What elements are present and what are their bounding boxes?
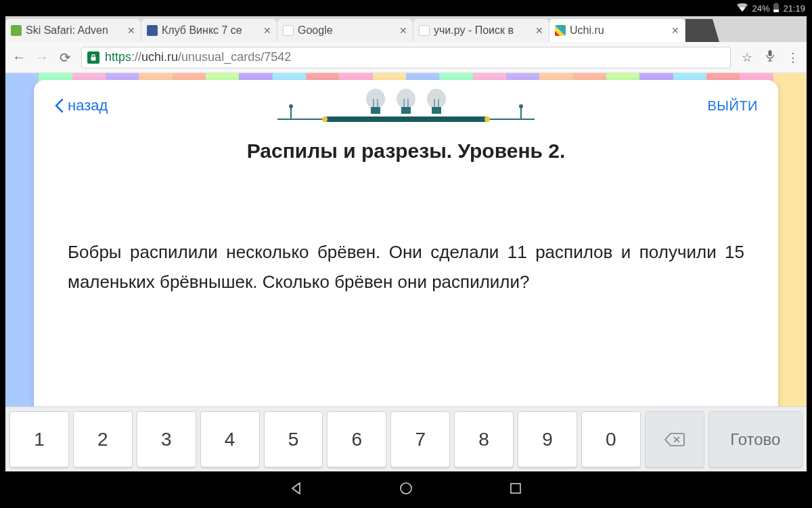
browser-tab[interactable]: Uchi.ru✕ [549, 19, 685, 42]
backspace-key[interactable] [645, 411, 704, 467]
browser-tab[interactable]: Google✕ [277, 19, 413, 42]
nav-home-icon[interactable] [399, 481, 413, 499]
num-key-0[interactable]: 0 [581, 411, 641, 467]
num-key-5[interactable]: 5 [264, 411, 323, 467]
tab-favicon-icon [283, 25, 294, 36]
url-sep: :// [131, 50, 141, 64]
nav-reload-button[interactable]: ⟳ [58, 49, 72, 66]
tab-close-icon[interactable]: ✕ [535, 25, 543, 36]
tab-title: Uchi.ru [570, 24, 669, 37]
exit-button[interactable]: ВЫЙТИ [707, 98, 758, 114]
exercise-problem-text: Бобры распилили несколько брёвен. Они сд… [68, 237, 744, 297]
tabstrip-end [685, 19, 719, 42]
nav-back-icon[interactable] [289, 481, 304, 499]
back-button[interactable]: назад [54, 97, 108, 114]
numeric-keyboard: 1234567890Готово [5, 406, 807, 471]
svg-rect-1 [775, 3, 777, 4]
svg-rect-6 [325, 117, 487, 122]
browser-window: Ski Safari: Adven✕Клуб Винкс 7 се✕Google… [5, 16, 807, 471]
svg-point-25 [401, 483, 411, 494]
tab-title: Ski Safari: Adven [26, 24, 125, 37]
done-key[interactable]: Готово [708, 411, 803, 467]
nav-back-button[interactable]: ← [12, 49, 26, 65]
android-nav-bar [0, 471, 812, 508]
battery-icon [773, 3, 779, 14]
chevron-left-icon [54, 98, 65, 113]
nav-forward-button[interactable]: → [35, 49, 49, 65]
svg-rect-26 [511, 484, 520, 493]
tab-close-icon[interactable]: ✕ [671, 25, 679, 36]
tab-close-icon[interactable]: ✕ [127, 25, 135, 36]
svg-rect-2 [773, 9, 779, 12]
num-key-7[interactable]: 7 [390, 411, 450, 467]
menu-dots-icon[interactable]: ⋮ [786, 50, 800, 65]
android-status-bar: 24% 21:19 [0, 0, 812, 16]
nav-recent-icon[interactable] [508, 481, 523, 499]
exit-label: ВЫЙТИ [707, 98, 758, 113]
lightbulb-decoration [277, 87, 535, 126]
url-scheme: https [105, 50, 131, 64]
browser-tab[interactable]: Ski Safari: Adven✕ [5, 19, 141, 42]
tab-title: учи.ру - Поиск в [434, 24, 533, 37]
svg-rect-4 [769, 50, 772, 56]
svg-point-12 [519, 104, 523, 108]
backspace-icon [664, 432, 685, 447]
browser-toolbar: ← → ⟳ https://uchi.ru/unusual_cards/7542… [5, 42, 807, 73]
browser-tab[interactable]: Клуб Винкс 7 се✕ [141, 19, 277, 42]
exercise-title: Распилы и разрезы. Уровень 2. [68, 140, 744, 163]
tab-favicon-icon [555, 25, 566, 36]
page-viewport: назад ВЫЙТИ Распилы и разрезы. Уровень 2… [5, 73, 807, 471]
svg-point-21 [427, 89, 446, 109]
svg-point-10 [289, 104, 293, 108]
tab-close-icon[interactable]: ✕ [399, 25, 407, 36]
url-path: /unusual_cards/7542 [178, 50, 291, 64]
svg-rect-22 [432, 107, 441, 114]
lock-icon [87, 51, 99, 64]
num-key-6[interactable]: 6 [327, 411, 386, 467]
tab-title: Клуб Винкс 7 се [162, 24, 261, 37]
num-key-9[interactable]: 9 [518, 411, 577, 467]
svg-rect-18 [401, 107, 411, 114]
num-key-8[interactable]: 8 [454, 411, 514, 467]
bookmark-star-icon[interactable]: ☆ [740, 50, 754, 65]
tab-title: Google [298, 24, 397, 37]
svg-point-17 [397, 89, 415, 109]
num-key-3[interactable]: 3 [137, 411, 196, 467]
svg-point-7 [322, 117, 328, 122]
browser-tab[interactable]: учи.ру - Поиск в✕ [413, 19, 549, 42]
svg-point-8 [484, 117, 490, 122]
tab-close-icon[interactable]: ✕ [263, 25, 271, 36]
clock: 21:19 [783, 3, 805, 14]
svg-point-13 [366, 89, 385, 109]
address-bar[interactable]: https://uchi.ru/unusual_cards/7542 [81, 47, 731, 68]
svg-rect-14 [371, 107, 380, 114]
tab-favicon-icon [147, 25, 158, 36]
battery-percent: 24% [752, 3, 769, 14]
svg-rect-3 [91, 57, 96, 61]
wifi-icon [737, 3, 748, 14]
voice-search-icon[interactable] [763, 49, 777, 65]
url-host: uchi.ru [141, 50, 178, 64]
num-key-2[interactable]: 2 [73, 411, 133, 467]
num-key-1[interactable]: 1 [9, 411, 69, 467]
tab-strip: Ski Safari: Adven✕Клуб Винкс 7 се✕Google… [5, 16, 807, 42]
tab-favicon-icon [11, 25, 22, 36]
back-label: назад [68, 97, 108, 114]
tab-favicon-icon [419, 25, 430, 36]
num-key-4[interactable]: 4 [200, 411, 260, 467]
